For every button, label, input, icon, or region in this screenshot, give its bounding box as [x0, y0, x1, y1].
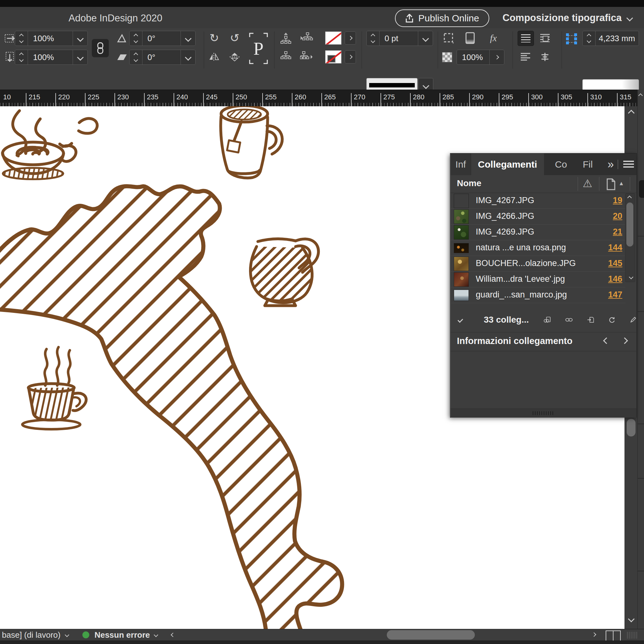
link-page-number[interactable]: 144 [608, 243, 622, 253]
list-scrollbar-thumb[interactable] [626, 203, 633, 247]
relink-from-cc-icon[interactable] [543, 314, 551, 326]
link-row[interactable]: William...dra 'Levee'.jpg 146 [451, 271, 625, 287]
rotation-angle-field[interactable]: 0° [129, 31, 196, 46]
scale-x-field[interactable]: 100% [15, 31, 88, 46]
link-row[interactable]: guardi_...san_marco.jpg 147 [451, 287, 625, 303]
statusbar-resize-grip[interactable] [627, 632, 638, 639]
stroke-weight-field[interactable]: 0 pt [366, 31, 433, 46]
rotate-clockwise-button[interactable]: ↻ [206, 31, 222, 45]
link-page-number[interactable]: 19 [613, 196, 622, 205]
ruler-tick-label: 270 [351, 93, 365, 106]
link-row[interactable]: IMG_4269.JPG 21 [451, 224, 625, 240]
scale-x-dropdown[interactable] [73, 31, 87, 46]
tab-file-partial[interactable]: Fil [577, 153, 599, 175]
scale-x-stepper[interactable] [15, 31, 28, 46]
align-button-2[interactable] [537, 50, 553, 64]
link-name: IMG_4269.JPG [476, 227, 534, 237]
flip-horizontal-button[interactable] [206, 50, 222, 64]
column-name-label[interactable]: Nome [457, 178, 481, 188]
previous-link-icon[interactable] [603, 337, 610, 344]
scroll-down-icon[interactable] [628, 616, 635, 622]
tab-informazioni-partial[interactable]: Inf [451, 153, 471, 175]
select-container-up-button[interactable] [279, 31, 293, 45]
position-field[interactable]: 4,233 mm [582, 31, 639, 46]
select-previous-object-button[interactable] [298, 31, 316, 45]
select-next-object-button[interactable] [298, 50, 316, 64]
tab-colore-partial[interactable]: Co [550, 153, 572, 175]
links-list-scrollbar[interactable] [625, 193, 635, 282]
link-name: William...dra 'Levee'.jpg [476, 274, 565, 284]
align-button-1[interactable] [518, 50, 533, 64]
select-content-icon [280, 51, 291, 63]
panel-dock-strip[interactable] [637, 90, 644, 629]
stroke-swatch-none[interactable] [325, 50, 341, 64]
tab-collegamenti[interactable]: Collegamenti [471, 153, 544, 175]
scale-y-field[interactable]: 100% [15, 50, 88, 65]
link-page-number[interactable]: 145 [608, 258, 622, 268]
reference-point-proxy[interactable]: P [248, 32, 269, 65]
stroke-weight-dropdown[interactable] [418, 31, 433, 46]
preflight-status-dropdown-icon[interactable] [154, 633, 158, 637]
horizontal-scrollbar-thumb[interactable] [387, 630, 475, 640]
text-wrap-none-button[interactable] [518, 31, 534, 46]
link-row[interactable]: natura ...e una rosa.png 144 [451, 240, 625, 256]
effects-button[interactable]: fx [486, 31, 501, 45]
page-column-icon[interactable] [606, 178, 616, 190]
link-page-number[interactable]: 21 [613, 227, 622, 237]
scroll-right-icon[interactable] [592, 632, 596, 637]
constrain-proportions-button[interactable] [92, 39, 109, 57]
select-content-button[interactable] [279, 50, 293, 64]
preflight-profile-label[interactable]: base] (di lavoro) [2, 630, 60, 640]
goto-link-icon[interactable] [587, 314, 594, 326]
scale-y-stepper[interactable] [15, 50, 28, 64]
preflight-profile-dropdown-icon[interactable] [65, 633, 69, 637]
shear-dropdown[interactable] [180, 50, 195, 64]
workspace-switcher[interactable]: Composizione tipografica [502, 11, 632, 25]
text-wrap-around-button[interactable] [537, 31, 553, 45]
control-options-bar: 100% 100% 0° 0° [0, 28, 644, 90]
flip-vertical-button[interactable] [227, 50, 242, 64]
panel-menu-icon[interactable] [623, 161, 634, 168]
rotation-dropdown[interactable] [180, 31, 195, 46]
publish-online-button[interactable]: Publish Online [395, 9, 489, 27]
collapse-info-icon[interactable] [458, 317, 463, 322]
rotation-stepper[interactable] [130, 31, 142, 46]
update-link-icon[interactable] [608, 314, 615, 326]
next-link-icon[interactable] [621, 337, 628, 344]
scale-x-value: 100% [28, 31, 73, 46]
drop-shadow-button[interactable] [462, 31, 478, 45]
list-scroll-up-icon[interactable] [627, 196, 632, 200]
edit-original-pencil-icon[interactable] [630, 314, 636, 326]
link-page-number[interactable]: 146 [608, 274, 622, 284]
rotate-counterclockwise-button[interactable]: ↺ [227, 31, 242, 45]
sort-ascending-icon[interactable]: ▲ [619, 180, 624, 187]
fill-swatch-none[interactable] [325, 31, 341, 45]
spread-view-icon[interactable] [606, 630, 621, 641]
frame-handles-button[interactable] [564, 31, 579, 46]
opacity-field[interactable]: 100% [457, 50, 504, 65]
scroll-left-icon[interactable] [171, 633, 175, 637]
vertical-scrollbar-thumb[interactable] [627, 419, 636, 436]
link-info-header[interactable]: Informazioni collegamento [451, 332, 636, 351]
fill-options-button[interactable] [345, 31, 356, 45]
link-page-number[interactable]: 20 [613, 211, 622, 221]
relink-chain-icon[interactable] [565, 315, 573, 325]
link-row[interactable]: BOUCHER...olazione.JPG 145 [451, 256, 625, 272]
stroke-weight-stepper[interactable] [367, 31, 380, 46]
panel-resize-grip[interactable] [451, 408, 636, 418]
collapsed-panel-tab[interactable] [639, 180, 644, 198]
shear-stepper[interactable] [130, 50, 142, 64]
opacity-dropdown[interactable] [489, 50, 504, 64]
expand-panel-icon[interactable]: » [608, 158, 613, 171]
link-row[interactable]: IMG_4267.JPG 19 [451, 193, 625, 209]
stroke-options-button[interactable] [345, 50, 356, 64]
corner-options-button[interactable] [441, 31, 457, 45]
scale-y-dropdown[interactable] [73, 50, 87, 64]
preflight-status-label[interactable]: Nessun errore [94, 630, 150, 640]
warning-column-icon[interactable]: ⚠ [583, 177, 592, 190]
link-page-number[interactable]: 147 [608, 290, 622, 300]
scroll-up-icon[interactable] [628, 110, 635, 116]
link-row[interactable]: IMG_4266.JPG 20 [451, 208, 625, 225]
position-stepper[interactable] [583, 31, 596, 46]
shear-angle-field[interactable]: 0° [129, 50, 196, 65]
